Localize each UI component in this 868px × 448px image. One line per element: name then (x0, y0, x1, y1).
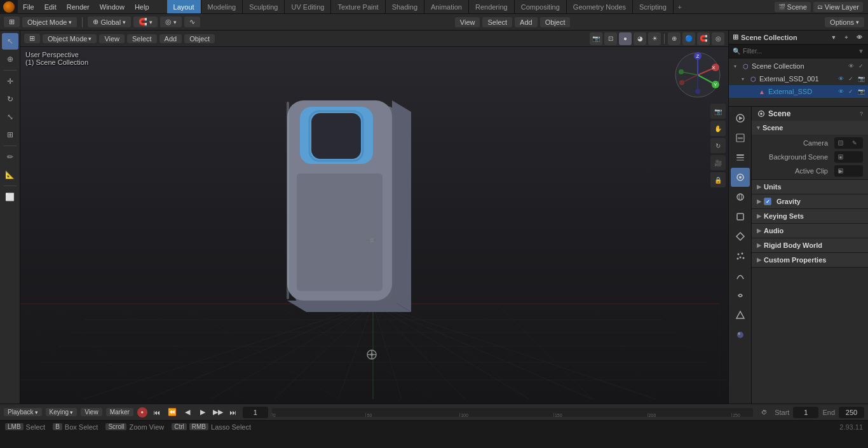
menu-help[interactable]: Help (130, 0, 154, 13)
select-menu[interactable]: Select (482, 17, 512, 27)
annotate-tool[interactable]: ✏ (2, 149, 18, 165)
outliner-add-icon[interactable]: + (841, 32, 851, 43)
options-button[interactable]: Options ▾ (825, 17, 864, 27)
keying-menu[interactable]: Keying ▾ (46, 408, 78, 416)
outliner-search-input[interactable] (743, 48, 855, 55)
end-frame-input[interactable]: 250 (839, 407, 864, 418)
viewport-shading-solid[interactable]: ● (619, 32, 632, 45)
jump-start-button[interactable]: ⏮ (151, 407, 163, 418)
scene-selector[interactable]: 🎬 Scene (775, 2, 811, 12)
navigation-gizmo[interactable]: X Y Z (672, 50, 723, 100)
marker-menu[interactable]: Marker (106, 408, 133, 416)
viewport-camera-icon[interactable]: 📷 (590, 32, 602, 45)
move-tool[interactable]: ✛ (2, 73, 18, 90)
viewport-display-icon[interactable]: ⊡ (604, 32, 617, 45)
prop-icon-physics[interactable] (731, 266, 750, 285)
viewport-select-menu[interactable]: Select (127, 34, 157, 43)
collection-select-icon[interactable]: ✓ (857, 62, 865, 71)
tab-shading[interactable]: Shading (386, 0, 424, 13)
prop-icon-render[interactable] (731, 109, 750, 128)
measure-tool[interactable]: 📐 (2, 166, 18, 183)
gravity-header[interactable]: ▶ ✓ Gravity (752, 194, 868, 208)
pan-btn[interactable]: ✋ (710, 121, 726, 136)
viewport-proportional-icon[interactable]: ◎ (712, 32, 724, 45)
prop-icon-scene[interactable] (731, 168, 750, 187)
view-menu[interactable]: View (455, 17, 480, 27)
rotate-tool[interactable]: ↻ (2, 91, 18, 107)
viewport-object-menu[interactable]: Object (184, 34, 215, 43)
custom-props-header[interactable]: ▶ Custom Properties (752, 253, 868, 267)
lock-btn[interactable]: 🔒 (710, 172, 726, 187)
timeline-ruler[interactable]: 0 50 100 150 200 250 (272, 408, 753, 417)
camera-edit-icon[interactable]: ✎ (850, 139, 859, 147)
play-back-button[interactable]: ◀ (182, 407, 193, 418)
prop-icon-material[interactable] (731, 325, 750, 344)
tab-geometry-nodes[interactable]: Geometry Nodes (567, 0, 633, 13)
ssd001-restrict-icon[interactable]: ✓ (846, 74, 855, 83)
menu-window[interactable]: Window (95, 0, 130, 13)
keying-sets-header[interactable]: ▶ Keying Sets (752, 209, 868, 223)
viewport-view-menu[interactable]: View (99, 34, 125, 43)
background-scene-value[interactable]: ● (834, 151, 863, 163)
ssd-render-icon[interactable]: 📷 (857, 87, 865, 96)
outliner-filter-icon[interactable]: ▼ (829, 32, 839, 43)
prop-icon-particles[interactable] (731, 247, 750, 266)
add-menu[interactable]: Add (515, 17, 538, 27)
outliner-view-icon[interactable]: 👁 (854, 32, 864, 43)
prop-icon-constraints[interactable] (731, 286, 750, 305)
record-button[interactable]: ● (137, 407, 147, 417)
current-frame-input[interactable]: 1 (243, 407, 268, 418)
filter-icon[interactable]: ▼ (858, 48, 864, 55)
jump-back-button[interactable]: ⏪ (166, 407, 178, 418)
fps-indicator[interactable]: ⏱ (757, 407, 771, 418)
object-mode-button[interactable]: Object Mode ▾ (22, 17, 77, 27)
tab-scripting[interactable]: Scripting (633, 0, 674, 13)
global-orientation-button[interactable]: ⊕ Global ▾ (88, 17, 131, 27)
outliner-item-external-ssd[interactable]: ▲ External_SSD 👁 ✓ 📷 (729, 85, 868, 98)
tab-animation[interactable]: Animation (424, 0, 469, 13)
tab-layout[interactable]: Layout (167, 0, 201, 13)
viewport-3d[interactable]: ⊞ Object Mode▾ View Select Add Object 📷 … (20, 31, 728, 404)
prop-icon-world[interactable] (731, 187, 750, 207)
viewport-gizmo-icon[interactable]: 🔵 (682, 32, 695, 45)
rigid-body-header[interactable]: ▶ Rigid Body World (752, 238, 868, 252)
scale-tool[interactable]: ⤡ (2, 109, 18, 125)
play-forward-button[interactable]: ▶▶ (212, 407, 224, 418)
tab-uv-editing[interactable]: UV Editing (285, 0, 331, 13)
editor-type-button[interactable]: ⊞ (4, 17, 20, 27)
proportional-button[interactable]: ◎ ▾ (160, 17, 182, 27)
menu-file[interactable]: File (18, 0, 39, 13)
outliner-item-scene-collection[interactable]: ▾ ⬡ Scene Collection 👁 ✓ (729, 60, 868, 72)
menu-edit[interactable]: Edit (39, 0, 62, 13)
curve-button[interactable]: ∿ (184, 17, 200, 27)
ssd-visible-icon[interactable]: 👁 (836, 87, 845, 96)
props-info-icon[interactable]: ? (860, 111, 863, 117)
menu-render[interactable]: Render (62, 0, 95, 13)
ssd001-render-icon[interactable]: 📷 (857, 74, 865, 83)
units-header[interactable]: ▶ Units (752, 180, 868, 194)
rotate-view-btn[interactable]: ↻ (710, 138, 726, 153)
zoom-camera-btn[interactable]: 📷 (710, 104, 726, 119)
tab-texture-paint[interactable]: Texture Paint (331, 0, 385, 13)
camera-value[interactable]: ✎ (834, 137, 863, 149)
object-menu[interactable]: Object (540, 17, 571, 27)
add-cube-tool[interactable]: ⬜ (2, 189, 18, 205)
prop-icon-object[interactable] (731, 207, 750, 226)
camera-btn-2[interactable]: 🎥 (710, 155, 726, 170)
viewport-shading-material[interactable]: ◕ (634, 32, 646, 45)
prop-icon-view-layer[interactable] (731, 148, 750, 167)
viewport-shading-rendered[interactable]: ☀ (648, 32, 661, 45)
tab-rendering[interactable]: Rendering (469, 0, 515, 13)
select-tool[interactable]: ↖ (2, 33, 18, 50)
tab-modeling[interactable]: Modeling (201, 0, 243, 13)
ssd001-visible-icon[interactable]: 👁 (836, 74, 845, 83)
tab-sculpting[interactable]: Sculpting (243, 0, 285, 13)
viewport-object-mode[interactable]: Object Mode▾ (43, 34, 97, 43)
viewport-overlay-icon[interactable]: ⊕ (668, 32, 681, 45)
play-button[interactable]: ▶ (197, 407, 208, 418)
viewport-add-menu[interactable]: Add (159, 34, 182, 43)
scene-section-header[interactable]: ▾ Scene (752, 121, 868, 135)
outliner-item-external-ssd-001[interactable]: ▾ ⬡ External_SSD_001 👁 ✓ 📷 (729, 72, 868, 85)
tab-compositing[interactable]: Compositing (515, 0, 567, 13)
active-clip-value[interactable]: ▶ (834, 165, 863, 177)
